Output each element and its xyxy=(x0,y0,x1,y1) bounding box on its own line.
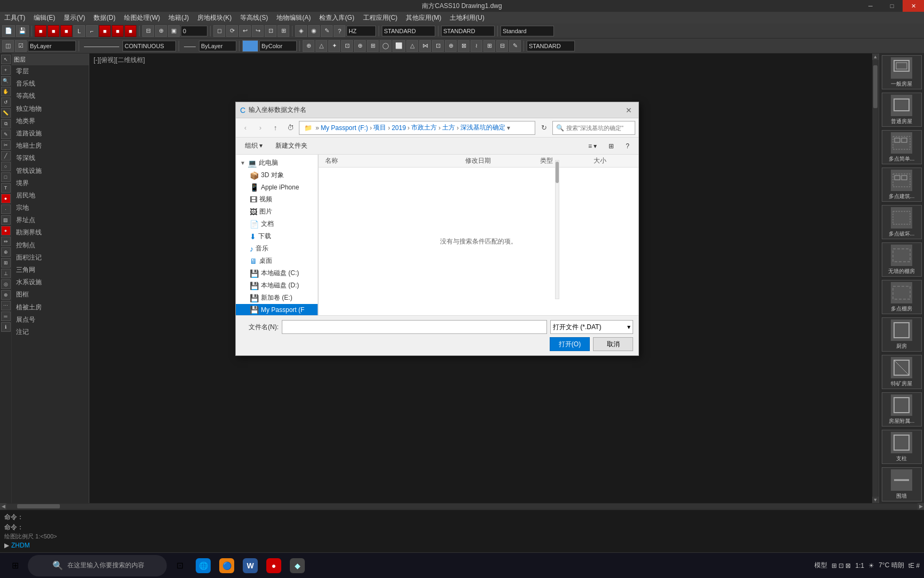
nav-forward-button[interactable]: › xyxy=(254,121,267,134)
picture-icon: 🖼 xyxy=(250,208,257,216)
document-label: 文档 xyxy=(261,219,274,229)
breadcrumb-home-icon: 📁 xyxy=(304,124,312,132)
3d-label: 3D 对象 xyxy=(261,171,284,180)
tree-item-video[interactable]: 🎞 视频 xyxy=(236,193,318,206)
pc-label: 此电脑 xyxy=(259,158,278,168)
iphone-icon: 📱 xyxy=(250,183,259,192)
desktop-icon: 🖥 xyxy=(250,257,257,265)
file-nav-tree: ▼ 💻 此电脑 📦 3D 对象 📱 Apple iPhone xyxy=(236,155,318,315)
document-icon: 📄 xyxy=(250,220,259,229)
cancel-label: 取消 xyxy=(607,340,620,349)
music-icon: ♪ xyxy=(250,245,253,253)
filename-input[interactable] xyxy=(282,320,547,334)
filename-label: 文件名(N): xyxy=(241,323,279,332)
open-label: 打开(O) xyxy=(559,340,581,349)
filetype-dropdown-icon: ▾ xyxy=(627,323,630,331)
file-list-area: 名称 修改日期 类型 大小 没有与搜索条件匹配的项。 xyxy=(319,155,638,315)
tree-item-download[interactable]: ⬇ 下载 xyxy=(236,230,318,242)
file-list-empty: 没有与搜索条件匹配的项。 xyxy=(319,168,638,315)
search-icon: 🔍 xyxy=(556,124,564,132)
col-type-header[interactable]: 类型 xyxy=(538,156,591,165)
dialog-buttons-row: 打开(O) 取消 xyxy=(241,337,633,351)
view-list-button[interactable]: ≡ ▾ xyxy=(583,140,602,153)
breadcrumb-sep-0: » xyxy=(315,124,319,132)
help-button[interactable]: ? xyxy=(621,140,634,153)
pc-expander: ▼ xyxy=(240,160,245,166)
col-date-header[interactable]: 修改日期 xyxy=(463,156,538,165)
breadcrumb-sep-2: › xyxy=(388,124,390,132)
file-list-header: 名称 修改日期 类型 大小 xyxy=(319,155,638,168)
tree-item-cdrive[interactable]: 💾 本地磁盘 (C:) xyxy=(236,267,318,279)
dialog-title-content: C 输入坐标数据文件名 xyxy=(240,105,306,115)
ddrive-label: 本地磁盘 (D:) xyxy=(261,281,299,290)
dialog-bottom: 文件名(N): 打开文件 (*.DAT) ▾ 打开(O) 取消 xyxy=(236,315,638,355)
cdrive-icon: 💾 xyxy=(250,269,259,278)
open-button[interactable]: 打开(O) xyxy=(550,337,590,351)
new-folder-button[interactable]: 新建文件夹 xyxy=(271,140,312,153)
breadcrumb-sep-5: › xyxy=(457,124,459,132)
music-label: 音乐 xyxy=(256,244,268,253)
breadcrumb-bar[interactable]: 📁 » My Passport (F:) › 项目 › 2019 › 市政土方 … xyxy=(299,121,535,135)
breadcrumb-mypassport[interactable]: My Passport (F:) xyxy=(321,124,368,132)
new-folder-label: 新建文件夹 xyxy=(275,141,307,150)
video-icon: 🎞 xyxy=(250,195,257,204)
dialog-navbar: ‹ › ↑ ⏱ 📁 » My Passport (F:) › 项目 › 2019… xyxy=(236,118,638,138)
filetype-combo[interactable]: 打开文件 (*.DAT) ▾ xyxy=(550,320,633,334)
dialog-close-button[interactable]: ✕ xyxy=(623,105,634,116)
breadcrumb-dropdown-icon[interactable]: ▾ xyxy=(507,124,510,132)
breadcrumb-shenjian[interactable]: 深浅基坑的确定 xyxy=(460,123,505,132)
nav-recent-button[interactable]: ⏱ xyxy=(284,121,297,134)
fdrive-active-icon: 💾 xyxy=(250,306,259,314)
tree-item-fdrive-active[interactable]: 💾 My Passport (F xyxy=(236,304,318,315)
breadcrumb-tufang[interactable]: 土方 xyxy=(442,123,455,132)
edrive-label: 新加卷 (E:) xyxy=(261,293,292,302)
download-icon: ⬇ xyxy=(250,232,256,241)
file-open-dialog: C 输入坐标数据文件名 ✕ ‹ › ↑ ⏱ 📁 » My Passport (F… xyxy=(235,102,639,356)
tree-item-pc[interactable]: ▼ 💻 此电脑 xyxy=(236,157,318,169)
desktop-label: 桌面 xyxy=(259,256,272,265)
breadcrumb-2019[interactable]: 2019 xyxy=(391,124,406,132)
tree-item-document[interactable]: 📄 文档 xyxy=(236,218,318,230)
empty-message: 没有与搜索条件匹配的项。 xyxy=(440,237,517,246)
col-size-header[interactable]: 大小 xyxy=(591,156,634,165)
tree-item-iphone[interactable]: 📱 Apple iPhone xyxy=(236,181,318,193)
breadcrumb-sep-4: › xyxy=(438,124,441,132)
breadcrumb-xiangmu[interactable]: 项目 xyxy=(373,123,386,132)
view-controls: ≡ ▾ ⊞ ? xyxy=(583,140,634,153)
col-name-header[interactable]: 名称 xyxy=(323,156,463,165)
tree-item-picture[interactable]: 🖼 图片 xyxy=(236,206,318,218)
dialog-toolbar: 组织 ▾ 新建文件夹 ≡ ▾ ⊞ ? xyxy=(236,138,638,155)
fdrive-active-label: My Passport (F xyxy=(261,306,304,314)
nav-tree-container: ▼ 💻 此电脑 📦 3D 对象 📱 Apple iPhone xyxy=(236,155,319,315)
tree-item-edrive[interactable]: 💾 新加卷 (E:) xyxy=(236,292,318,304)
dialog-titlebar: C 输入坐标数据文件名 ✕ xyxy=(236,102,638,118)
search-box[interactable]: 🔍 xyxy=(552,121,635,135)
filename-row: 文件名(N): 打开文件 (*.DAT) ▾ xyxy=(241,320,633,334)
breadcrumb-sep-3: › xyxy=(407,124,410,132)
picture-label: 图片 xyxy=(259,207,272,216)
tree-item-desktop[interactable]: 🖥 桌面 xyxy=(236,255,318,267)
nav-back-button[interactable]: ‹ xyxy=(239,121,252,134)
tree-item-3d[interactable]: 📦 3D 对象 xyxy=(236,169,318,181)
nav-up-button[interactable]: ↑ xyxy=(269,121,282,134)
breadcrumb-sep-1: › xyxy=(369,124,372,132)
cancel-button[interactable]: 取消 xyxy=(593,337,633,351)
filetype-label: 打开文件 (*.DAT) xyxy=(553,323,601,332)
dialog-title-text: 输入坐标数据文件名 xyxy=(249,105,306,115)
download-label: 下载 xyxy=(258,232,271,241)
view-grid-button[interactable]: ⊞ xyxy=(604,140,619,153)
tree-item-ddrive[interactable]: 💾 本地磁盘 (D:) xyxy=(236,279,318,292)
organize-label: 组织 ▾ xyxy=(245,141,263,150)
pc-icon: 💻 xyxy=(248,159,257,168)
3d-icon: 📦 xyxy=(250,171,259,180)
search-input[interactable] xyxy=(566,125,632,131)
edrive-icon: 💾 xyxy=(250,294,259,302)
organize-button[interactable]: 组织 ▾ xyxy=(240,140,267,153)
breadcrumb-shizhengtufang[interactable]: 市政土方 xyxy=(411,123,437,132)
dialog-cass-icon: C xyxy=(240,106,245,115)
ddrive-icon: 💾 xyxy=(250,282,259,290)
tree-item-music[interactable]: ♪ 音乐 xyxy=(236,242,318,255)
cdrive-label: 本地磁盘 (C:) xyxy=(261,269,299,278)
dialog-body: ▼ 💻 此电脑 📦 3D 对象 📱 Apple iPhone xyxy=(236,155,638,315)
nav-refresh-button[interactable]: ↻ xyxy=(537,121,550,134)
